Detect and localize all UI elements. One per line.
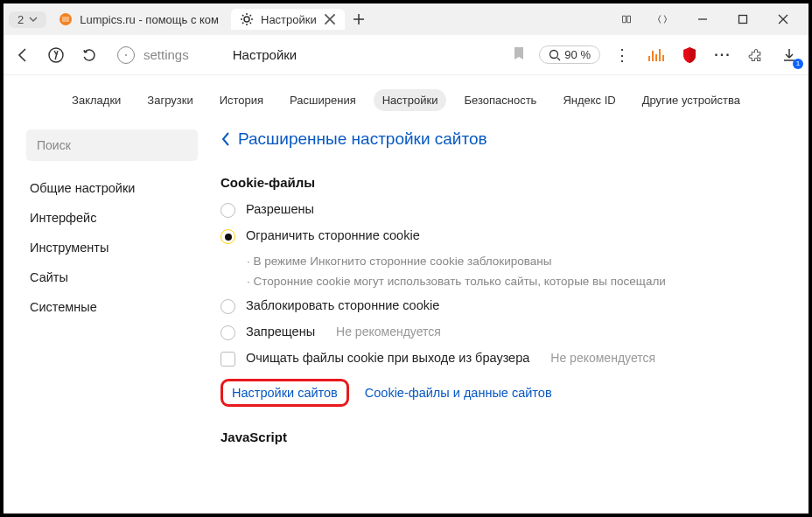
sidebar-item-general[interactable]: Общие настройки [26, 173, 198, 203]
section-cookies-heading: Cookie-файлы [220, 175, 786, 190]
nav-other-devices[interactable]: Другие устройства [634, 89, 749, 111]
tab-bar: 2 Lumpics.ru - помощь с ком Настройки [4, 3, 808, 35]
hint-not-recommended: Не рекомендуется [550, 351, 655, 365]
settings-nav: Закладки Загрузки История Расширения Нас… [4, 75, 808, 114]
tab-title: Настройки [261, 13, 317, 26]
svg-point-1 [244, 17, 249, 22]
tab-counter[interactable]: 2 [9, 11, 46, 28]
tab-count: 2 [18, 13, 24, 26]
downloads-badge: 1 [793, 59, 803, 69]
lumpics-favicon [59, 12, 73, 26]
zoom-indicator[interactable]: 90 % [539, 45, 600, 64]
option-block-3p-cookies[interactable]: Заблокировать сторонние cookie [220, 298, 786, 314]
downloads-icon[interactable]: 1 [779, 45, 800, 66]
option-allow-cookies[interactable]: Разрешены [220, 202, 786, 218]
magnifier-icon [549, 49, 561, 61]
nav-extensions[interactable]: Расширения [281, 89, 365, 111]
link-site-settings[interactable]: Настройки сайтов [220, 379, 349, 407]
radio-icon [220, 203, 235, 218]
back-to-advanced[interactable]: Расширенные настройки сайтов [220, 129, 786, 149]
option-deny-cookies[interactable]: Запрещены Не рекомендуется [220, 325, 786, 340]
gear-icon [240, 12, 254, 26]
nav-security[interactable]: Безопасность [455, 89, 545, 111]
option-label: Ограничить сторонние cookie [246, 228, 420, 242]
page-title: Расширенные настройки сайтов [238, 129, 487, 149]
option-sub-incognito: · В режиме Инкогнито сторонние cookie за… [247, 255, 786, 268]
toolbar: settings Настройки 90 % ⋮ ··· 1 [4, 35, 808, 75]
option-label: Заблокировать сторонние cookie [246, 298, 439, 312]
section-javascript-heading: JavaScript [220, 430, 786, 444]
radio-icon [220, 299, 235, 314]
equalizer-icon[interactable] [646, 45, 667, 66]
option-sub-visited: · Сторонние cookie могут использовать то… [247, 275, 786, 288]
option-label: Разрешены [246, 202, 314, 216]
link-cookies-and-data[interactable]: Cookie-файлы и данные сайтов [365, 386, 552, 400]
nav-settings[interactable]: Настройки [374, 89, 447, 111]
zoom-value: 90 % [564, 48, 591, 61]
search-placeholder: Поиск [37, 138, 71, 152]
more-dots-icon[interactable]: ··· [712, 45, 733, 66]
address-bar[interactable]: settings Настройки [112, 46, 527, 64]
nav-bookmarks[interactable]: Закладки [63, 89, 130, 111]
sidebar: Поиск Общие настройки Интерфейс Инструме… [26, 129, 198, 457]
svg-rect-2 [739, 16, 747, 24]
checkbox-icon [220, 352, 235, 367]
sidebar-item-tools[interactable]: Инструменты [26, 233, 198, 262]
reload-button[interactable] [79, 45, 100, 66]
menu-dots-icon[interactable]: ⋮ [612, 45, 634, 66]
chevron-down-icon [29, 15, 38, 24]
option-clear-on-exit[interactable]: Очищать файлы cookie при выходе из брауз… [220, 351, 786, 367]
address-path: settings [144, 47, 189, 62]
window-close-button[interactable] [763, 5, 803, 33]
window-maximize-button[interactable] [723, 5, 763, 33]
radio-icon-checked [220, 229, 235, 244]
option-label: Запрещены [246, 325, 315, 339]
tab-settings[interactable]: Настройки [231, 9, 345, 30]
tabs-overview-icon[interactable] [642, 5, 682, 33]
back-button[interactable] [12, 45, 33, 66]
sidebar-item-sites[interactable]: Сайты [26, 262, 198, 292]
reader-icon[interactable] [611, 5, 642, 33]
tab-title: Lumpics.ru - помощь с ком [80, 13, 219, 26]
new-tab-button[interactable] [348, 9, 369, 30]
content: Поиск Общие настройки Интерфейс Инструме… [4, 114, 808, 457]
radio-icon [220, 325, 235, 340]
option-label: Очищать файлы cookie при выходе из брауз… [246, 351, 529, 365]
nav-downloads[interactable]: Загрузки [138, 89, 201, 111]
nav-yandex-id[interactable]: Яндекс ID [554, 89, 624, 111]
cookie-links: Настройки сайтов Cookie-файлы и данные с… [220, 379, 786, 407]
yandex-home-icon[interactable] [46, 45, 66, 66]
bookmark-icon[interactable] [513, 46, 527, 64]
svg-point-4 [550, 50, 558, 58]
sidebar-item-interface[interactable]: Интерфейс [26, 203, 198, 233]
option-limit-3p-cookies[interactable]: Ограничить сторонние cookie [220, 228, 786, 244]
chevron-left-icon [220, 131, 231, 147]
site-info-icon[interactable] [117, 46, 135, 64]
address-title: Настройки [233, 47, 505, 62]
extensions-icon[interactable] [746, 45, 766, 66]
tab-lumpics[interactable]: Lumpics.ru - помощь с ком [50, 9, 228, 30]
close-icon[interactable] [324, 13, 336, 25]
nav-history[interactable]: История [211, 89, 272, 111]
main-panel: Расширенные настройки сайтов Cookie-файл… [212, 129, 786, 457]
sidebar-item-system[interactable]: Системные [26, 292, 198, 322]
search-input[interactable]: Поиск [26, 129, 198, 161]
hint-not-recommended: Не рекомендуется [336, 325, 441, 339]
adblock-icon[interactable] [679, 45, 700, 66]
window-minimize-button[interactable] [682, 5, 723, 33]
